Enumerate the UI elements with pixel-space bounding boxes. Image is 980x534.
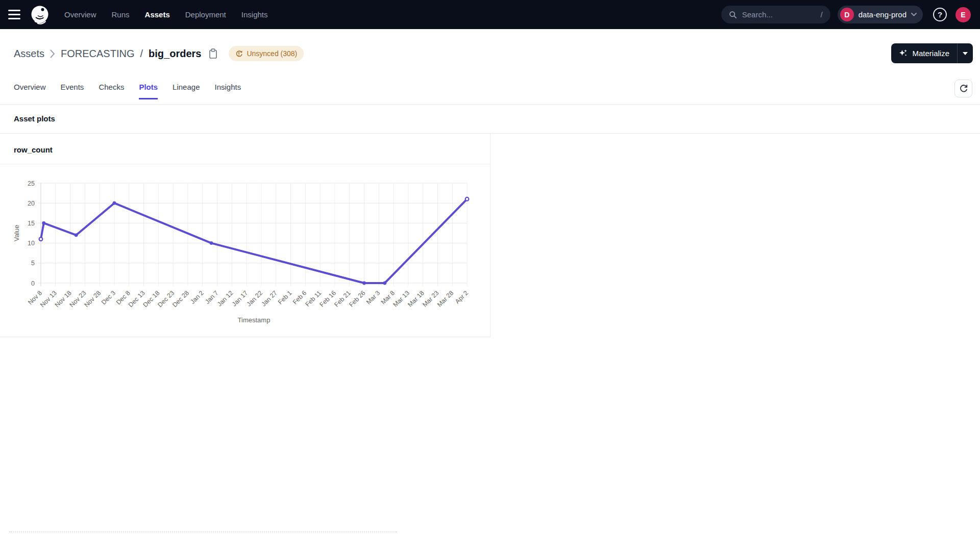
metric-divider <box>0 164 490 164</box>
nav-item-overview[interactable]: Overview <box>64 10 96 19</box>
help-button[interactable]: ? <box>933 8 947 21</box>
search-input[interactable]: Search... / <box>721 6 830 23</box>
tab-lineage[interactable]: Lineage <box>173 83 200 99</box>
materialize-label: Materialize <box>912 49 949 58</box>
caret-down-icon <box>963 52 968 55</box>
svg-text:Jan 27: Jan 27 <box>260 289 278 308</box>
deployment-badge: D <box>840 8 854 21</box>
plot-card-right-border <box>490 134 491 337</box>
svg-text:Jan 17: Jan 17 <box>231 289 249 308</box>
search-icon <box>729 11 737 19</box>
tab-events[interactable]: Events <box>61 83 84 99</box>
refresh-button[interactable] <box>954 80 972 97</box>
help-icon: ? <box>938 10 942 19</box>
svg-text:25: 25 <box>28 180 35 187</box>
sparkle-icon <box>899 49 908 58</box>
search-shortcut-hint: / <box>821 10 823 19</box>
page-bottom-dotted-line <box>9 531 397 532</box>
deployment-switcher[interactable]: D data-eng-prod <box>838 6 923 23</box>
breadcrumb-group-link[interactable]: FORECASTING <box>61 48 134 60</box>
metric-name: row_count <box>14 145 53 154</box>
chevron-down-icon <box>911 13 917 16</box>
nav-item-insights[interactable]: Insights <box>241 10 268 19</box>
tab-overview[interactable]: Overview <box>14 83 46 99</box>
page-title: Asset plots <box>14 114 55 123</box>
asset-tabs: Overview Events Checks Plots Lineage Ins… <box>14 83 241 99</box>
breadcrumb-slash: / <box>140 48 143 60</box>
svg-text:15: 15 <box>28 220 35 227</box>
svg-text:Feb 26: Feb 26 <box>348 289 366 308</box>
tabs-bottom-border <box>0 104 980 105</box>
tab-plots[interactable]: Plots <box>139 83 158 99</box>
svg-text:5: 5 <box>31 260 35 267</box>
svg-text:Mar 28: Mar 28 <box>436 289 455 308</box>
svg-text:Value: Value <box>13 225 20 241</box>
dagster-logo-icon[interactable] <box>30 5 50 25</box>
svg-text:Feb 1: Feb 1 <box>277 289 293 306</box>
refresh-icon <box>959 84 968 93</box>
svg-text:Jan 22: Jan 22 <box>246 289 264 308</box>
svg-text:Mar 3: Mar 3 <box>365 289 382 306</box>
svg-text:10: 10 <box>28 240 35 247</box>
primary-nav: Overview Runs Assets Deployment Insights <box>64 10 268 19</box>
svg-text:20: 20 <box>28 200 35 207</box>
copy-asset-name-button[interactable] <box>208 48 218 59</box>
avatar-initial: E <box>961 11 965 19</box>
asset-name: big_orders <box>149 48 201 60</box>
materialize-button[interactable]: Materialize <box>891 43 957 63</box>
unsynced-label: Unsynced (308) <box>247 49 297 58</box>
tab-checks[interactable]: Checks <box>99 83 124 99</box>
app-root: Overview Runs Assets Deployment Insights… <box>0 0 980 534</box>
sync-alert-icon <box>235 50 243 58</box>
line-chart-canvas: Nov 8Nov 13Nov 18Nov 23Nov 28Dec 3Dec 8D… <box>12 173 479 329</box>
svg-text:Jan 12: Jan 12 <box>216 289 234 308</box>
svg-text:Apr 2: Apr 2 <box>454 289 470 305</box>
svg-text:Dec 28: Dec 28 <box>171 289 190 309</box>
plot-card-bottom-border <box>0 337 490 337</box>
tab-insights[interactable]: Insights <box>214 83 241 99</box>
nav-item-assets[interactable]: Assets <box>145 10 170 19</box>
unsynced-status-badge[interactable]: Unsynced (308) <box>229 46 304 61</box>
materialize-dropdown-button[interactable] <box>958 43 973 63</box>
clipboard-icon <box>208 48 218 59</box>
top-nav: Overview Runs Assets Deployment Insights… <box>0 0 980 29</box>
row-count-chart: Nov 8Nov 13Nov 18Nov 23Nov 28Dec 3Dec 8D… <box>12 173 479 329</box>
svg-text:Dec 3: Dec 3 <box>100 289 117 306</box>
svg-text:Nov 28: Nov 28 <box>83 289 102 309</box>
nav-item-deployment[interactable]: Deployment <box>185 10 226 19</box>
nav-item-runs[interactable]: Runs <box>112 10 130 19</box>
svg-text:Timestamp: Timestamp <box>238 316 271 324</box>
hamburger-menu-icon[interactable] <box>8 10 20 19</box>
user-avatar[interactable]: E <box>955 7 971 22</box>
svg-text:0: 0 <box>31 280 35 287</box>
breadcrumb-assets-link[interactable]: Assets <box>14 48 44 60</box>
breadcrumb: Assets FORECASTING / big_orders Unsynced… <box>14 45 304 62</box>
deployment-name: data-eng-prod <box>859 10 906 19</box>
search-placeholder: Search... <box>742 10 773 19</box>
svg-text:Jan 2: Jan 2 <box>189 289 205 306</box>
chevron-right-icon <box>50 49 55 58</box>
materialize-split-button: Materialize <box>891 43 973 63</box>
